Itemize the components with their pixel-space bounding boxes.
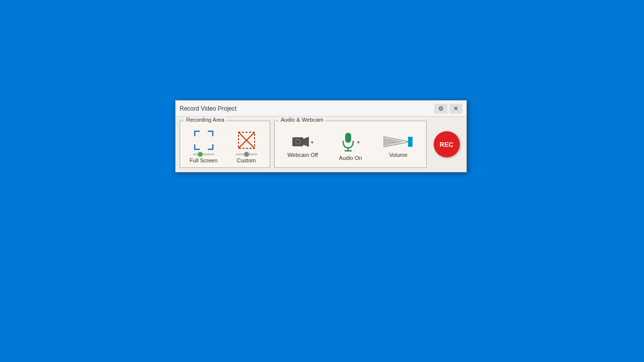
dialog-title: Record Video Project — [180, 105, 236, 112]
settings-icon: ⚙ — [438, 105, 444, 112]
custom-icon — [235, 129, 258, 151]
close-icon: ✕ — [453, 105, 458, 112]
title-bar: Record Video Project ⚙ ✕ — [176, 101, 466, 117]
webcam-option[interactable]: ▼ Webcam Off — [279, 135, 327, 158]
rec-button-label: REC — [440, 141, 453, 148]
microphone-icon — [341, 132, 356, 152]
title-bar-controls: ⚙ ✕ — [434, 104, 462, 114]
audio-option[interactable]: ▼ Audio On — [327, 132, 374, 161]
fullscreen-option[interactable]: Full Screen — [184, 129, 223, 163]
audio-webcam-section: Audio & Webcam ▼ Webcam Off — [274, 121, 427, 168]
rec-right-area: REC — [431, 121, 462, 168]
webcam-icon — [291, 135, 309, 149]
close-button[interactable]: ✕ — [449, 104, 462, 114]
webcam-dropdown-arrow[interactable]: ▼ — [310, 140, 314, 145]
dialog-body: Recording Area Full Screen — [176, 117, 466, 172]
webcam-label: Webcam Off — [287, 152, 318, 158]
svg-point-5 — [296, 140, 299, 143]
fullscreen-slider[interactable] — [193, 153, 215, 155]
audio-control-row: ▼ — [341, 132, 361, 152]
settings-button[interactable]: ⚙ — [434, 104, 447, 114]
volume-label: Volume — [389, 152, 408, 158]
audio-label: Audio On — [339, 155, 362, 161]
volume-control-row — [382, 135, 415, 149]
custom-slider[interactable] — [235, 153, 258, 155]
fullscreen-slider-container — [193, 153, 215, 155]
audio-webcam-label: Audio & Webcam — [279, 117, 326, 123]
custom-option[interactable]: Custom — [227, 129, 266, 163]
svg-rect-12 — [408, 137, 413, 147]
custom-label: Custom — [237, 157, 256, 163]
volume-slider-icon[interactable] — [382, 135, 415, 149]
fullscreen-label: Full Screen — [190, 157, 218, 163]
rec-button[interactable]: REC — [434, 131, 460, 157]
volume-option: Volume — [374, 135, 422, 158]
audio-dropdown-arrow[interactable]: ▼ — [357, 140, 361, 145]
webcam-control-row: ▼ — [291, 135, 314, 149]
svg-marker-6 — [303, 137, 309, 147]
record-video-dialog: Record Video Project ⚙ ✕ Recording Area — [175, 100, 467, 172]
recording-area-label: Recording Area — [184, 117, 226, 123]
custom-slider-container — [235, 153, 258, 155]
svg-rect-7 — [345, 133, 351, 143]
recording-area-section: Recording Area Full Screen — [180, 121, 270, 168]
fullscreen-icon — [193, 129, 215, 151]
